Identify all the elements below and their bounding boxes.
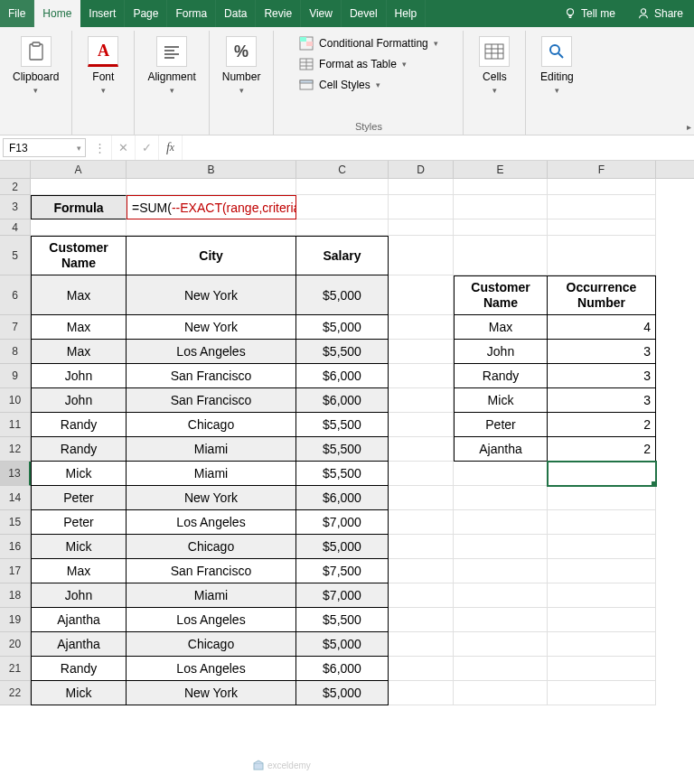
cell[interactable]: [389, 195, 454, 219]
formula-dropdown-button[interactable]: ⋮: [89, 135, 112, 160]
tab-devel[interactable]: Devel: [342, 0, 387, 27]
cell-city[interactable]: New York: [127, 315, 296, 340]
row-header-12[interactable]: 12: [0, 437, 31, 462]
cell[interactable]: [454, 236, 548, 275]
column-header-C[interactable]: C: [296, 161, 389, 178]
cell[interactable]: [548, 632, 656, 657]
cell[interactable]: [548, 510, 656, 535]
clipboard-button[interactable]: Clipboard▾: [7, 33, 64, 100]
cell-salary[interactable]: $7,000: [296, 510, 389, 535]
row-header-18[interactable]: 18: [0, 583, 31, 608]
cell[interactable]: [389, 413, 454, 437]
row-header-10[interactable]: 10: [0, 388, 31, 413]
cell-customer[interactable]: John: [31, 583, 127, 608]
row-header-13[interactable]: 13: [0, 462, 31, 486]
cell[interactable]: [31, 179, 127, 195]
cell-salary[interactable]: $5,500: [296, 340, 389, 364]
side-cell-name[interactable]: John: [454, 340, 548, 364]
alignment-button[interactable]: Alignment▾: [142, 33, 201, 100]
row-header-19[interactable]: 19: [0, 608, 31, 632]
cell[interactable]: [389, 681, 454, 705]
cell[interactable]: [389, 315, 454, 340]
formula-cell[interactable]: =SUM(--EXACT(range,criteria)): [127, 195, 296, 219]
cell[interactable]: [548, 236, 656, 275]
tab-view[interactable]: View: [301, 0, 342, 27]
cell[interactable]: [454, 583, 548, 608]
cell-salary[interactable]: $5,000: [296, 275, 389, 315]
cell[interactable]: [389, 179, 454, 195]
cell-salary[interactable]: $6,000: [296, 388, 389, 413]
cell-city[interactable]: Chicago: [127, 535, 296, 559]
cell[interactable]: [389, 657, 454, 681]
ribbon-collapse-caret[interactable]: ▸: [687, 122, 691, 132]
cell[interactable]: [454, 195, 548, 219]
cell-customer[interactable]: Max: [31, 559, 127, 583]
side-header-customer[interactable]: Customer Name: [454, 275, 548, 315]
side-cell-name[interactable]: Ajantha: [454, 437, 548, 462]
cell[interactable]: [389, 219, 454, 236]
row-header-14[interactable]: 14: [0, 486, 31, 510]
cell[interactable]: [389, 535, 454, 559]
cell-salary[interactable]: $7,500: [296, 559, 389, 583]
tab-page[interactable]: Page: [125, 0, 167, 27]
cell-salary[interactable]: $5,000: [296, 535, 389, 559]
cell[interactable]: [548, 195, 656, 219]
formula-input[interactable]: [183, 135, 694, 160]
header-salary[interactable]: Salary: [296, 236, 389, 275]
cell-customer[interactable]: Mick: [31, 681, 127, 705]
side-cell-count[interactable]: 2: [548, 413, 656, 437]
cell[interactable]: [389, 388, 454, 413]
column-header-F[interactable]: F: [548, 161, 656, 178]
row-header-2[interactable]: 2: [0, 179, 31, 195]
row-header-11[interactable]: 11: [0, 413, 31, 437]
cell-customer[interactable]: Ajantha: [31, 632, 127, 657]
side-cell-count[interactable]: 3: [548, 364, 656, 388]
cell[interactable]: [454, 219, 548, 236]
cell[interactable]: [389, 559, 454, 583]
cell[interactable]: [454, 657, 548, 681]
cell-city[interactable]: Los Angeles: [127, 657, 296, 681]
cell-city[interactable]: Los Angeles: [127, 510, 296, 535]
select-all-corner[interactable]: [0, 161, 31, 178]
cell[interactable]: [389, 364, 454, 388]
cell[interactable]: [127, 219, 296, 236]
font-button[interactable]: A Font▾: [80, 33, 127, 100]
cell[interactable]: [454, 608, 548, 632]
side-cell-count[interactable]: 2: [548, 437, 656, 462]
cell-city[interactable]: Chicago: [127, 632, 296, 657]
cell-customer[interactable]: Randy: [31, 657, 127, 681]
share-button[interactable]: Share: [626, 0, 694, 27]
side-cell-name[interactable]: Randy: [454, 364, 548, 388]
side-cell-name[interactable]: Mick: [454, 388, 548, 413]
name-box[interactable]: F13 ▾: [3, 138, 86, 157]
column-header-D[interactable]: D: [389, 161, 454, 178]
cell-city[interactable]: Miami: [127, 583, 296, 608]
cell[interactable]: [389, 486, 454, 510]
tell-me-button[interactable]: Tell me: [553, 0, 626, 27]
column-header-E[interactable]: E: [454, 161, 548, 178]
cell-customer[interactable]: Mick: [31, 535, 127, 559]
cell[interactable]: [389, 275, 454, 315]
cell-city[interactable]: Miami: [127, 462, 296, 486]
cell[interactable]: [454, 559, 548, 583]
cell-customer[interactable]: Max: [31, 275, 127, 315]
row-header-7[interactable]: 7: [0, 315, 31, 340]
side-header-occurrence[interactable]: Occurrence Number: [548, 275, 656, 315]
cancel-formula-button[interactable]: ✕: [112, 135, 136, 160]
header-customer-name[interactable]: Customer Name: [31, 236, 127, 275]
side-cell-count[interactable]: 3: [548, 340, 656, 364]
cell-customer[interactable]: Ajantha: [31, 608, 127, 632]
cell-salary[interactable]: $5,500: [296, 462, 389, 486]
row-header-9[interactable]: 9: [0, 364, 31, 388]
cell[interactable]: [548, 535, 656, 559]
cell-salary[interactable]: $5,500: [296, 608, 389, 632]
cell[interactable]: [31, 219, 127, 236]
selected-cell[interactable]: [548, 462, 656, 486]
tab-file[interactable]: File: [0, 0, 34, 27]
side-cell-name[interactable]: Peter: [454, 413, 548, 437]
tab-data[interactable]: Data: [216, 0, 256, 27]
cell-salary[interactable]: $6,000: [296, 657, 389, 681]
tab-forma[interactable]: Forma: [167, 0, 216, 27]
fx-button[interactable]: fx: [159, 135, 183, 160]
column-header-A[interactable]: A: [31, 161, 127, 178]
